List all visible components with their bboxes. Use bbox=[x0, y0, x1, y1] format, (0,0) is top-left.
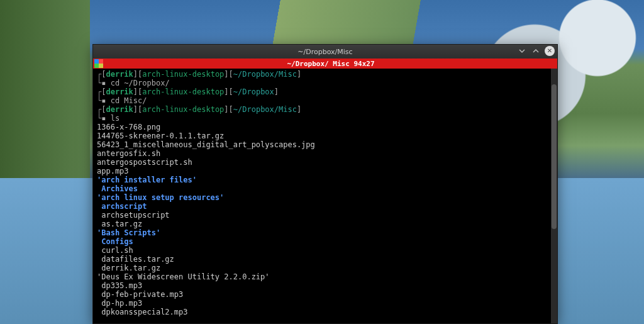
scrollbar-thumb[interactable] bbox=[552, 84, 557, 229]
tab-label: ~/Dropbox/ Misc 94x27 bbox=[104, 60, 557, 68]
window-title: ~/Dropbox/Misc bbox=[297, 48, 352, 56]
listing-entry: dpkoansspecial2.mp3 bbox=[97, 308, 553, 316]
listing-entry: dp335.mp3 bbox=[97, 281, 553, 290]
listing-entry: dp-feb-private.mp3 bbox=[97, 290, 553, 299]
listing-entry: datafiles.tar.gz bbox=[97, 255, 553, 264]
prompt-line: ┌[derrik][arch-linux-desktop][~/Dropbox] bbox=[97, 87, 553, 96]
app-icon bbox=[94, 59, 103, 68]
listing-entry: antergosfix.sh bbox=[97, 149, 553, 158]
listing-entry: dp-hp.mp3 bbox=[97, 299, 553, 308]
close-icon[interactable]: ✕ bbox=[545, 46, 555, 56]
listing-entry: 144765-skreener-0.1.1.tar.gz bbox=[97, 131, 553, 140]
listing-entry: antergospostscript.sh bbox=[97, 158, 553, 167]
command-line: └▪ cd Misc/ bbox=[97, 96, 553, 105]
command-line: └▪ ls bbox=[97, 114, 553, 123]
listing-entry: derrik.tar.gz bbox=[97, 264, 553, 272]
listing-entry: curl.sh bbox=[97, 246, 553, 255]
terminal-viewport[interactable]: ┌[derrik][arch-linux-desktop][~/Dropbox/… bbox=[93, 69, 557, 323]
listing-entry: Archives bbox=[97, 184, 553, 193]
command-line: └▪ cd ~/Dropbox/ bbox=[97, 79, 553, 87]
listing-entry: Configs bbox=[97, 237, 553, 246]
listing-entry: app.mp3 bbox=[97, 167, 553, 176]
listing-entry: 56423_1_miscellaneous_digital_art_polysc… bbox=[97, 140, 553, 149]
terminal-scrollbar[interactable] bbox=[551, 69, 557, 323]
window-controls: ✕ bbox=[517, 46, 555, 56]
listing-entry: 'arch installer files' bbox=[97, 176, 553, 184]
listing-entry: 'Deus Ex Widescreen Utility 2.2.0.zip' bbox=[97, 272, 553, 281]
minimize-icon[interactable] bbox=[517, 46, 527, 56]
listing-entry: archscript bbox=[97, 202, 553, 211]
listing-entry: archsetupscript bbox=[97, 211, 553, 220]
window-titlebar[interactable]: ~/Dropbox/Misc ✕ bbox=[93, 45, 557, 59]
maximize-icon[interactable] bbox=[531, 46, 541, 56]
terminal-tabbar[interactable]: ~/Dropbox/ Misc 94x27 bbox=[93, 59, 557, 69]
listing-entry: 'Bash Scripts' bbox=[97, 228, 553, 237]
listing-entry: as.tar.gz bbox=[97, 220, 553, 228]
prompt-line: ┌[derrik][arch-linux-desktop][~/Dropbox/… bbox=[97, 70, 553, 79]
listing-entry: 'arch linux setup resources' bbox=[97, 193, 553, 202]
terminal-window: ~/Dropbox/Misc ✕ ~/Dropbox/ Misc 94x27 ┌… bbox=[92, 44, 558, 324]
listing-entry: 1366-x-768.png bbox=[97, 123, 553, 131]
prompt-line: ┌[derrik][arch-linux-desktop][~/Dropbox/… bbox=[97, 105, 553, 114]
